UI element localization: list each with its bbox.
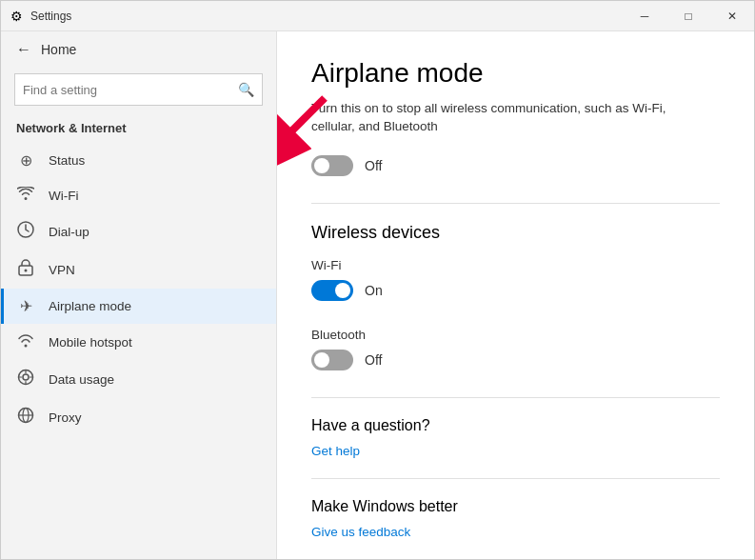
- section-divider-3: [311, 478, 720, 479]
- feedback-link[interactable]: Give us feedback: [311, 525, 410, 539]
- title-bar: ⚙ Settings ─ □ ✕: [1, 1, 754, 31]
- bluetooth-toggle[interactable]: [311, 350, 353, 370]
- sidebar-item-proxy[interactable]: Proxy: [1, 398, 276, 436]
- sidebar-item-label-airplane: Airplane mode: [49, 299, 131, 313]
- search-icon: 🔍: [238, 82, 254, 97]
- sidebar-item-label-hotspot: Mobile hotspot: [49, 335, 132, 350]
- section-divider-2: [311, 397, 720, 398]
- sidebar-item-label-vpn: VPN: [49, 263, 75, 277]
- bluetooth-toggle-knob: [314, 352, 329, 368]
- sidebar-item-dialup[interactable]: Dial-up: [1, 212, 276, 250]
- airplane-icon: ✈: [16, 297, 35, 315]
- sidebar-category: Network & Internet: [1, 117, 276, 143]
- page-description: Turn this on to stop all wireless commun…: [311, 100, 692, 136]
- search-box[interactable]: 🔍: [14, 73, 263, 106]
- wifi-toggle-row: On: [311, 280, 720, 301]
- help-section: Have a question? Get help: [311, 417, 720, 459]
- sidebar-item-airplane[interactable]: ✈ Airplane mode: [1, 289, 276, 324]
- wifi-device-name: Wi-Fi: [311, 258, 720, 272]
- airplane-toggle-row: Off: [311, 155, 720, 176]
- wifi-toggle[interactable]: [311, 280, 353, 301]
- settings-window: ⚙ Settings ─ □ ✕ ← Home 🔍 Network & Inte…: [0, 0, 755, 560]
- wireless-section-title: Wireless devices: [311, 223, 720, 243]
- bluetooth-toggle-row: Off: [311, 350, 720, 370]
- wifi-toggle-knob: [335, 283, 350, 298]
- sidebar: ← Home 🔍 Network & Internet ⊕ Status: [1, 31, 277, 559]
- improve-section: Make Windows better Give us feedback: [311, 498, 720, 540]
- status-icon: ⊕: [16, 151, 35, 170]
- title-bar-icon: ⚙: [10, 9, 23, 24]
- title-bar-title: Settings: [30, 10, 71, 23]
- wifi-toggle-label: On: [365, 283, 383, 298]
- airplane-toggle[interactable]: [311, 155, 353, 176]
- wifi-device-section: Wi-Fi On: [311, 258, 720, 301]
- dialup-icon: [16, 221, 35, 242]
- sidebar-item-label-proxy: Proxy: [49, 410, 82, 425]
- sidebar-item-vpn[interactable]: VPN: [1, 250, 276, 289]
- minimize-button[interactable]: ─: [623, 1, 666, 31]
- sidebar-item-label-dialup: Dial-up: [49, 225, 89, 239]
- search-input[interactable]: [23, 83, 238, 97]
- toggle-knob: [314, 158, 329, 173]
- improve-title: Make Windows better: [311, 498, 720, 515]
- section-divider-1: [311, 203, 720, 204]
- sidebar-item-label-wifi: Wi-Fi: [49, 189, 78, 203]
- sidebar-item-label-status: Status: [49, 153, 85, 168]
- sidebar-item-label-datausage: Data usage: [49, 372, 114, 387]
- maximize-button[interactable]: □: [666, 1, 710, 31]
- wifi-icon: [16, 187, 35, 204]
- sidebar-item-hotspot[interactable]: Mobile hotspot: [1, 324, 276, 360]
- sidebar-item-status[interactable]: ⊕ Status: [1, 143, 276, 178]
- bluetooth-toggle-label: Off: [365, 352, 382, 368]
- datausage-icon: [16, 369, 35, 390]
- airplane-toggle-label: Off: [365, 158, 382, 173]
- back-icon: ←: [16, 41, 31, 58]
- vpn-icon: [16, 259, 35, 280]
- back-home-button[interactable]: ← Home: [1, 31, 276, 68]
- bluetooth-device-name: Bluetooth: [311, 328, 720, 342]
- proxy-icon: [16, 407, 35, 428]
- help-title: Have a question?: [311, 417, 720, 434]
- content-area: ← Home 🔍 Network & Internet ⊕ Status: [1, 31, 754, 559]
- svg-point-3: [25, 345, 28, 348]
- close-button[interactable]: ✕: [710, 1, 754, 31]
- sidebar-item-datausage[interactable]: Data usage: [1, 360, 276, 398]
- sidebar-item-wifi[interactable]: Wi-Fi: [1, 178, 276, 212]
- bluetooth-device-section: Bluetooth Off: [311, 328, 720, 370]
- main-content: Airplane mode Turn this on to stop all w…: [277, 31, 754, 559]
- title-bar-left: ⚙ Settings: [10, 9, 71, 24]
- get-help-link[interactable]: Get help: [311, 444, 360, 458]
- svg-point-2: [25, 270, 28, 272]
- hotspot-icon: [16, 332, 35, 351]
- page-title: Airplane mode: [311, 58, 720, 89]
- title-bar-controls: ─ □ ✕: [623, 1, 754, 31]
- home-label: Home: [41, 42, 76, 57]
